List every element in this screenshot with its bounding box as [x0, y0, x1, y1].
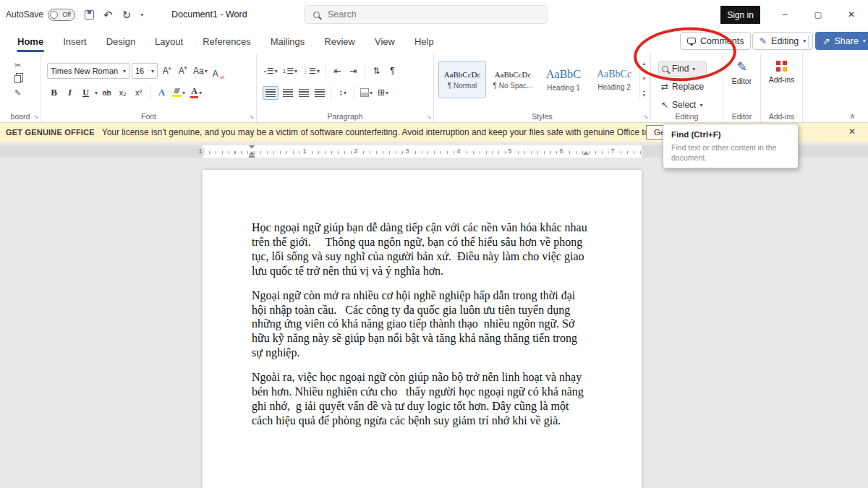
strikethrough-button[interactable]: ab	[100, 85, 114, 100]
sign-in-button[interactable]: Sign in	[720, 6, 760, 24]
highlight-button[interactable]: ▾	[171, 85, 187, 100]
find-button[interactable]: Find ▾	[658, 61, 707, 77]
search-input[interactable]	[326, 9, 514, 20]
justify-button[interactable]	[312, 85, 326, 100]
align-right-button[interactable]	[297, 85, 310, 100]
tab-view[interactable]: View	[375, 36, 395, 47]
save-icon[interactable]	[85, 10, 94, 20]
bullets-button[interactable]: • ☰ ▾	[263, 63, 279, 79]
search-box[interactable]	[304, 5, 548, 24]
font-size-value: 16	[135, 67, 144, 75]
superscript-button[interactable]: x²	[132, 85, 145, 100]
editing-mode-button[interactable]: ✎ Editing ▾	[752, 32, 813, 50]
first-line-indent-marker[interactable]	[249, 145, 255, 149]
tab-layout[interactable]: Layout	[155, 36, 183, 47]
sort-button[interactable]: ⇅	[370, 63, 383, 79]
autosave-toggle[interactable]: Off	[48, 9, 75, 21]
borders-button[interactable]: ⊞ ▾	[376, 85, 390, 100]
increase-indent-button[interactable]: ⇥	[346, 63, 360, 79]
maximize-button[interactable]: ▢	[801, 0, 835, 29]
font-family-combo[interactable]: Times New Roman ▾	[47, 63, 129, 79]
tab-review[interactable]: Review	[324, 36, 355, 47]
paragraph[interactable]: Ngoài ra, việc học ngoại ngữ còn giúp nã…	[252, 370, 587, 428]
font-dialog-launcher-icon[interactable]: ↘	[249, 114, 254, 120]
addins-button[interactable]: Add-ins	[761, 61, 802, 84]
shading-button[interactable]: ▾	[359, 85, 374, 100]
collapse-ribbon-icon[interactable]: ∧	[850, 112, 855, 120]
paragraph-dialog-launcher-icon[interactable]: ↘	[426, 114, 431, 120]
grow-font-button[interactable]: A ▴	[160, 63, 174, 79]
document-text[interactable]: Học ngoại ngữ giúp bạn dễ dàng tiếp cận …	[252, 221, 587, 438]
tab-design[interactable]: Design	[106, 36, 135, 47]
decrease-indent-button[interactable]: ⇤	[331, 63, 344, 79]
chevron-down-icon: ▾	[151, 68, 154, 74]
cut-icon[interactable]: ✂	[14, 61, 21, 70]
text-effects-button[interactable]: A	[155, 85, 169, 100]
toolbar-divider	[808, 35, 809, 48]
font-size-combo[interactable]: 16 ▾	[132, 63, 158, 79]
replace-button[interactable]: ⇄ Replace	[658, 79, 707, 95]
copy-icon[interactable]	[14, 75, 21, 83]
ruler-number: 3	[403, 147, 411, 155]
chevron-down-icon: ▾	[205, 68, 208, 74]
document-area: Học ngoại ngữ giúp bạn dễ dàng tiếp cận …	[0, 162, 868, 488]
align-center-button[interactable]	[281, 85, 294, 100]
tab-home[interactable]: Home	[17, 36, 43, 47]
subscript-button[interactable]: x₂	[116, 85, 129, 100]
clipboard-dialog-launcher-icon[interactable]: ↘	[33, 114, 38, 120]
document-page[interactable]: Học ngoại ngữ giúp bạn dễ dàng tiếp cận …	[203, 170, 642, 488]
line-spacing-button[interactable]: ↕ ▾	[336, 85, 349, 100]
clear-formatting-button[interactable]: A	[211, 63, 226, 79]
gallery-up-icon[interactable]: ▴	[643, 61, 646, 67]
addins-group: Add-ins Add-ins	[761, 53, 803, 122]
multilevel-list-icon: ⋮ ☰	[302, 67, 316, 76]
minimize-button[interactable]: –	[768, 0, 801, 29]
hanging-indent-marker[interactable]	[249, 151, 255, 155]
style-normal[interactable]: AaBbCcDc ¶ Normal	[438, 61, 486, 98]
numbering-button[interactable]: 1 ☰ ▾	[281, 63, 299, 79]
align-left-button[interactable]	[263, 86, 278, 100]
paragraph[interactable]: Ngoại ngữ còn mở ra nhiều cơ hội nghề ng…	[252, 288, 587, 361]
multilevel-list-button[interactable]: ⋮ ☰ ▾	[301, 63, 321, 79]
select-button[interactable]: ↖ Select ▾	[658, 97, 707, 113]
bold-button[interactable]: B	[47, 85, 61, 100]
close-button[interactable]: ✕	[835, 0, 868, 29]
styles-dialog-launcher-icon[interactable]: ↘	[643, 114, 648, 120]
format-painter-icon[interactable]: ✎	[14, 88, 21, 98]
undo-icon[interactable]: ↶	[103, 9, 113, 20]
qat-customize-caret-icon[interactable]: ▾	[140, 12, 143, 18]
left-indent-marker[interactable]	[249, 155, 255, 158]
tab-references[interactable]: References	[203, 36, 250, 47]
font-family-value: Times New Roman	[51, 67, 118, 75]
ruler-number: 1	[300, 147, 308, 155]
comments-button[interactable]: Comments	[680, 32, 751, 50]
show-marks-button[interactable]: ¶	[386, 63, 399, 79]
addins-label: Add-ins	[769, 75, 795, 84]
redo-icon[interactable]: ↻	[122, 9, 132, 20]
style-gallery: AaBbCcDc ¶ Normal AaBbCcDc ¶ No Spac... …	[438, 61, 638, 98]
font-color-button[interactable]: A ▾	[189, 85, 203, 100]
tab-insert[interactable]: Insert	[63, 36, 87, 47]
italic-button[interactable]: I	[63, 85, 77, 100]
shrink-font-button[interactable]: A ▾	[176, 63, 190, 79]
tab-mailings[interactable]: Mailings	[271, 36, 305, 47]
tab-help[interactable]: Help	[414, 36, 434, 47]
paragraph[interactable]: Học ngoại ngữ giúp bạn dễ dàng tiếp cận …	[252, 221, 587, 278]
style-no-spacing[interactable]: AaBbCcDc ¶ No Spac...	[489, 61, 537, 98]
divider	[150, 85, 150, 100]
share-button[interactable]: ⇗ Share ▾	[815, 32, 868, 50]
style-heading-1[interactable]: AaBbC Heading 1	[540, 61, 587, 98]
gallery-down-icon[interactable]: ▾	[643, 76, 646, 82]
right-indent-marker[interactable]	[583, 151, 589, 155]
autosave-control[interactable]: AutoSave Off	[6, 9, 75, 21]
banner-close-icon[interactable]: ✕	[845, 127, 859, 137]
style-name: ¶ Normal	[448, 82, 477, 90]
gallery-more-icon[interactable]: ▾	[643, 91, 646, 98]
chevron-down-icon[interactable]: ▾	[95, 90, 98, 96]
styles-group-label: Styles	[434, 112, 650, 121]
change-case-button[interactable]: Aa ▾	[192, 63, 209, 79]
style-heading-2[interactable]: AaBbCc Heading 2	[590, 61, 638, 98]
editor-button[interactable]: ✎ Editor	[723, 61, 760, 85]
underline-button[interactable]: U	[79, 85, 93, 100]
font-color-icon: A	[190, 87, 198, 99]
